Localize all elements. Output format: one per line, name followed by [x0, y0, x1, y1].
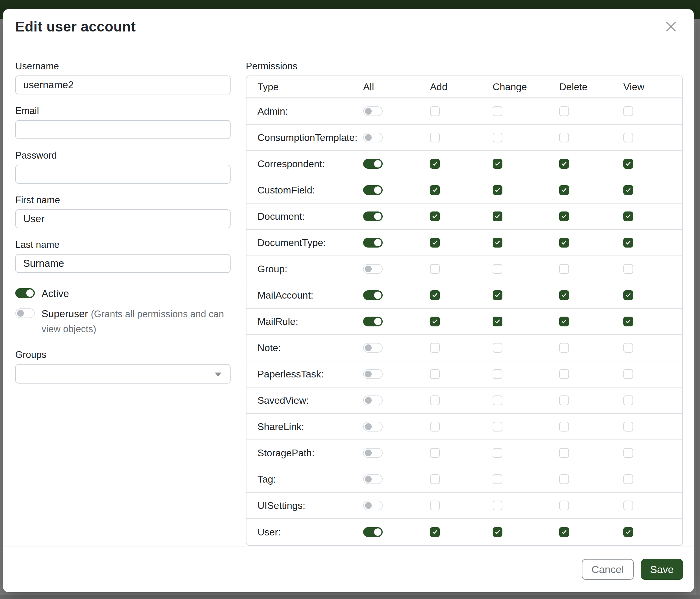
permission-view-checkbox[interactable] — [623, 474, 633, 484]
permission-view-checkbox[interactable] — [623, 185, 633, 195]
permission-change-checkbox[interactable] — [493, 422, 502, 432]
permission-all-toggle[interactable] — [363, 264, 383, 274]
permission-change-checkbox[interactable] — [493, 317, 502, 327]
permission-delete-checkbox[interactable] — [559, 290, 569, 300]
permission-all-toggle[interactable] — [363, 238, 383, 247]
permission-change-checkbox[interactable] — [493, 212, 502, 221]
permission-all-toggle[interactable] — [363, 212, 383, 221]
permission-add-checkbox[interactable] — [430, 343, 440, 353]
permission-all-toggle[interactable] — [363, 501, 383, 510]
permission-view-checkbox[interactable] — [623, 527, 633, 537]
permission-view-checkbox[interactable] — [623, 317, 633, 327]
permission-add-checkbox[interactable] — [430, 448, 440, 458]
permission-add-checkbox[interactable] — [430, 133, 440, 142]
permission-delete-checkbox[interactable] — [559, 369, 569, 379]
permission-all-toggle[interactable] — [363, 369, 383, 379]
permission-delete-checkbox[interactable] — [559, 238, 569, 247]
permission-delete-checkbox[interactable] — [559, 106, 569, 116]
permission-all-toggle[interactable] — [363, 133, 383, 142]
close-button[interactable] — [663, 18, 679, 35]
permission-add-checkbox[interactable] — [430, 474, 440, 484]
permission-change-checkbox[interactable] — [493, 448, 502, 458]
permission-view-checkbox[interactable] — [623, 290, 633, 300]
cancel-button[interactable]: Cancel — [582, 559, 634, 580]
username-input[interactable] — [15, 75, 231, 94]
permission-add-checkbox[interactable] — [430, 238, 440, 247]
page-scrollbar[interactable] — [696, 19, 700, 599]
permission-add-checkbox[interactable] — [430, 290, 440, 300]
permission-add-checkbox[interactable] — [430, 212, 440, 221]
permission-all-toggle[interactable] — [363, 396, 383, 405]
permission-add-checkbox[interactable] — [430, 317, 440, 327]
permission-delete-checkbox[interactable] — [559, 396, 569, 405]
active-toggle[interactable] — [15, 288, 35, 298]
permission-add-checkbox[interactable] — [430, 185, 440, 195]
permission-all-toggle[interactable] — [363, 185, 383, 195]
permission-add-checkbox[interactable] — [430, 106, 440, 116]
save-button[interactable]: Save — [641, 559, 683, 580]
permission-delete-checkbox[interactable] — [559, 159, 569, 169]
permission-view-checkbox[interactable] — [623, 501, 633, 510]
permission-add-checkbox[interactable] — [430, 501, 440, 510]
permission-all-toggle[interactable] — [363, 343, 383, 353]
permission-view-checkbox[interactable] — [623, 369, 633, 379]
permission-view-checkbox[interactable] — [623, 238, 633, 247]
superuser-toggle[interactable] — [15, 308, 35, 318]
permission-view-checkbox[interactable] — [623, 343, 633, 353]
permission-all-toggle[interactable] — [363, 422, 383, 432]
permission-change-checkbox[interactable] — [493, 185, 502, 195]
permission-view-checkbox[interactable] — [623, 133, 633, 142]
permission-all-toggle[interactable] — [363, 159, 383, 169]
permission-add-checkbox[interactable] — [430, 159, 440, 169]
permission-delete-checkbox[interactable] — [559, 527, 569, 537]
permission-change-checkbox[interactable] — [493, 474, 502, 484]
permission-delete-checkbox[interactable] — [559, 501, 569, 510]
permission-delete-checkbox[interactable] — [559, 317, 569, 327]
permission-change-checkbox[interactable] — [493, 501, 502, 510]
permission-delete-checkbox[interactable] — [559, 448, 569, 458]
permission-all-toggle[interactable] — [363, 448, 383, 458]
permission-add-checkbox[interactable] — [430, 264, 440, 274]
permission-change-checkbox[interactable] — [493, 527, 502, 537]
permission-view-checkbox[interactable] — [623, 396, 633, 405]
permission-add-checkbox[interactable] — [430, 369, 440, 379]
permission-all-toggle[interactable] — [363, 527, 383, 537]
permission-all-toggle[interactable] — [363, 474, 383, 484]
permission-all-toggle[interactable] — [363, 290, 383, 300]
permission-all-toggle[interactable] — [363, 106, 383, 116]
permission-change-checkbox[interactable] — [493, 369, 502, 379]
permission-delete-checkbox[interactable] — [559, 422, 569, 432]
password-input[interactable] — [15, 165, 231, 184]
permission-delete-checkbox[interactable] — [559, 133, 569, 142]
permission-all-toggle[interactable] — [363, 317, 383, 327]
permission-view-checkbox[interactable] — [623, 159, 633, 169]
email-input[interactable] — [15, 120, 231, 139]
permission-change-checkbox[interactable] — [493, 106, 502, 116]
column-header-delete: Delete — [548, 81, 612, 93]
permission-view-checkbox[interactable] — [623, 264, 633, 274]
permission-change-checkbox[interactable] — [493, 133, 502, 142]
permission-delete-checkbox[interactable] — [559, 474, 569, 484]
permission-change-checkbox[interactable] — [493, 264, 502, 274]
permission-delete-checkbox[interactable] — [559, 343, 569, 353]
permission-view-checkbox[interactable] — [623, 106, 633, 116]
permission-add-checkbox[interactable] — [430, 396, 440, 405]
permission-delete-checkbox[interactable] — [559, 185, 569, 195]
permission-change-checkbox[interactable] — [493, 238, 502, 247]
permission-view-checkbox[interactable] — [623, 422, 633, 432]
modal-body: Username Email Password First name Last … — [3, 44, 694, 546]
permission-view-checkbox[interactable] — [623, 212, 633, 221]
permission-add-checkbox[interactable] — [430, 422, 440, 432]
permission-change-checkbox[interactable] — [493, 290, 502, 300]
permission-add-checkbox[interactable] — [430, 527, 440, 537]
superuser-toggle-row: Superuser (Grants all permissions and ca… — [15, 307, 231, 336]
permission-delete-checkbox[interactable] — [559, 212, 569, 221]
permission-change-checkbox[interactable] — [493, 396, 502, 405]
permission-delete-checkbox[interactable] — [559, 264, 569, 274]
permission-change-checkbox[interactable] — [493, 159, 502, 169]
last-name-input[interactable] — [15, 254, 231, 273]
groups-select[interactable] — [15, 364, 231, 384]
permission-change-checkbox[interactable] — [493, 343, 502, 353]
first-name-input[interactable] — [15, 209, 231, 228]
permission-view-checkbox[interactable] — [623, 448, 633, 458]
